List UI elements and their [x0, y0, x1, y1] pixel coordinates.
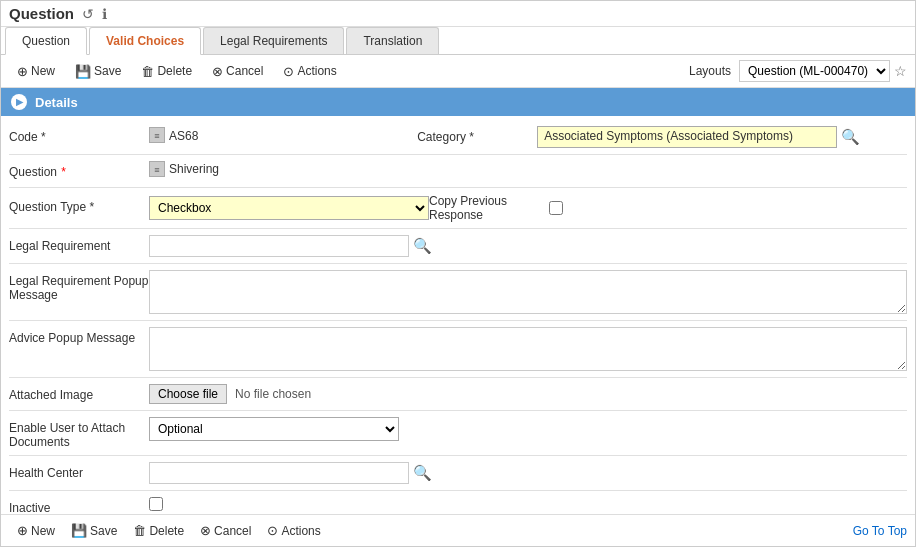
legal-req-popup-row: Legal Requirement Popup Message — [9, 266, 907, 318]
tab-valid-choices[interactable]: Valid Choices — [89, 27, 201, 55]
cancel-icon: ⊗ — [212, 64, 223, 79]
enable-user-select[interactable]: Optional Required Disabled — [149, 417, 399, 441]
qtype-label: Question Type * — [9, 196, 149, 214]
bottom-cancel-icon: ⊗ — [200, 523, 211, 538]
code-value: AS68 — [169, 126, 198, 143]
tabs-bar: Question Valid Choices Legal Requirement… — [1, 27, 915, 55]
delete-icon: 🗑 — [141, 64, 154, 79]
code-label: Code * — [9, 126, 149, 144]
category-value: Associated Symptoms (Associated Symptoms… — [537, 126, 837, 148]
bottom-toolbar: ⊕ New 💾 Save 🗑 Delete ⊗ Cancel ⊙ Actions… — [1, 514, 915, 546]
question-row: Question * ≡ Shivering — [9, 157, 907, 185]
star-button[interactable]: ☆ — [894, 63, 907, 79]
legal-req-input[interactable] — [149, 235, 409, 257]
new-button[interactable]: ⊕ New — [9, 61, 63, 82]
qtype-copy-row: Question Type * Checkbox Text Dropdown R… — [9, 190, 907, 226]
copy-prev-checkbox[interactable] — [549, 201, 563, 215]
legal-req-popup-label: Legal Requirement Popup Message — [9, 270, 149, 302]
bottom-save-icon: 💾 — [71, 523, 87, 538]
category-col: Category * Associated Symptoms (Associat… — [417, 126, 907, 148]
bottom-actions-button[interactable]: ⊙ Actions — [259, 520, 328, 541]
enable-user-row: Enable User to Attach Documents Optional… — [9, 413, 907, 453]
save-icon: 💾 — [75, 64, 91, 79]
legal-req-search-icon[interactable]: 🔍 — [413, 237, 432, 255]
section-title: Details — [35, 95, 78, 110]
question-type-select[interactable]: Checkbox Text Dropdown Radio — [149, 196, 429, 220]
question-ref-icon: ≡ — [149, 161, 165, 177]
bottom-actions-icon: ⊙ — [267, 523, 278, 538]
layouts-label: Layouts — [689, 64, 731, 78]
legal-req-label: Legal Requirement — [9, 235, 149, 253]
choose-file-button[interactable]: Choose file — [149, 384, 227, 404]
inactive-row: Inactive — [9, 493, 907, 514]
save-button[interactable]: 💾 Save — [67, 61, 129, 82]
file-name-text: No file chosen — [235, 387, 311, 401]
delete-button[interactable]: 🗑 Delete — [133, 61, 200, 82]
cancel-button[interactable]: ⊗ Cancel — [204, 61, 271, 82]
question-value: Shivering — [169, 162, 219, 176]
category-label: Category * — [417, 126, 537, 144]
actions-icon: ⊙ — [283, 64, 294, 79]
code-field: ≡ AS68 — [149, 126, 417, 143]
plus-icon: ⊕ — [17, 64, 28, 79]
inactive-checkbox[interactable] — [149, 497, 163, 511]
question-label: Question * — [9, 161, 149, 179]
inactive-field — [149, 497, 907, 511]
copy-prev-field — [549, 201, 907, 215]
bottom-delete-icon: 🗑 — [133, 523, 146, 538]
code-ref-icon: ≡ — [149, 127, 165, 143]
layouts-select[interactable]: Question (ML-000470) — [739, 60, 890, 82]
bottom-cancel-button[interactable]: ⊗ Cancel — [192, 520, 259, 541]
undo-icon[interactable]: ↺ — [82, 6, 94, 22]
page-header: Question ↺ ℹ — [1, 1, 915, 27]
legal-req-field: 🔍 — [149, 235, 907, 257]
go-to-top-link[interactable]: Go To Top — [853, 524, 907, 538]
attached-image-field: Choose file No file chosen — [149, 384, 907, 404]
bottom-new-button[interactable]: ⊕ New — [9, 520, 63, 541]
tab-translation[interactable]: Translation — [346, 27, 439, 54]
health-center-field: 🔍 — [149, 462, 907, 484]
bottom-delete-button[interactable]: 🗑 Delete — [125, 520, 192, 541]
category-field: Associated Symptoms (Associated Symptoms… — [537, 126, 907, 148]
bottom-plus-icon: ⊕ — [17, 523, 28, 538]
legal-req-row: Legal Requirement 🔍 — [9, 231, 907, 261]
tab-legal-requirements[interactable]: Legal Requirements — [203, 27, 344, 54]
enable-user-field: Optional Required Disabled — [149, 417, 907, 441]
qtype-col: Question Type * Checkbox Text Dropdown R… — [9, 196, 429, 220]
attached-image-label: Attached Image — [9, 384, 149, 402]
advice-popup-row: Advice Popup Message — [9, 323, 907, 375]
attached-image-row: Attached Image Choose file No file chose… — [9, 380, 907, 408]
advice-popup-field — [149, 327, 907, 371]
health-center-input[interactable] — [149, 462, 409, 484]
advice-popup-textarea[interactable] — [149, 327, 907, 371]
tab-question[interactable]: Question — [5, 27, 87, 55]
advice-popup-label: Advice Popup Message — [9, 327, 149, 345]
health-center-row: Health Center 🔍 — [9, 458, 907, 488]
section-header: Details — [1, 88, 915, 116]
info-icon[interactable]: ℹ — [102, 6, 107, 22]
enable-user-label: Enable User to Attach Documents — [9, 417, 149, 449]
question-field: ≡ Shivering — [149, 161, 907, 177]
health-center-search-icon[interactable]: 🔍 — [413, 464, 432, 482]
category-search-icon[interactable]: 🔍 — [841, 128, 860, 146]
qtype-field: Checkbox Text Dropdown Radio — [149, 196, 429, 220]
legal-req-popup-textarea[interactable] — [149, 270, 907, 314]
legal-req-popup-field — [149, 270, 907, 314]
actions-button[interactable]: ⊙ Actions — [275, 61, 344, 82]
copy-prev-label: Copy Previous Response — [429, 194, 549, 222]
top-toolbar: ⊕ New 💾 Save 🗑 Delete ⊗ Cancel ⊙ Actions… — [1, 55, 915, 88]
copy-prev-col: Copy Previous Response — [429, 194, 907, 222]
inactive-label: Inactive — [9, 497, 149, 514]
health-center-label: Health Center — [9, 462, 149, 480]
section-play-icon[interactable] — [11, 94, 27, 110]
page-title: Question — [9, 5, 74, 22]
code-col: Code * ≡ AS68 — [9, 126, 417, 144]
code-category-row: Code * ≡ AS68 Category * Associated Symp… — [9, 122, 907, 152]
bottom-save-button[interactable]: 💾 Save — [63, 520, 125, 541]
form-body: Code * ≡ AS68 Category * Associated Symp… — [1, 116, 915, 514]
